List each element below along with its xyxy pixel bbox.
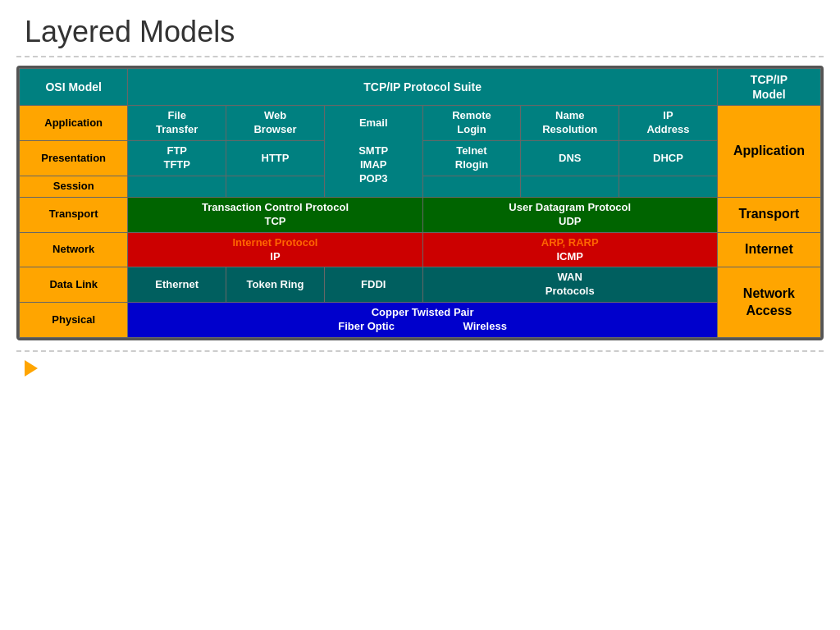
udp-label: UDP (559, 215, 581, 227)
datalink-row: Data Link Ethernet Token Ring FDDI WAN P… (20, 267, 821, 303)
arp-rarp-label: ARP, RARP (541, 236, 599, 249)
session-dhcp-cell (619, 176, 718, 197)
ftp-label: FTP (167, 144, 187, 157)
layered-models-table: OSI Model TCP/IP Protocol Suite TCP/IP M… (16, 66, 824, 340)
network-access-label-1: Network (720, 285, 818, 303)
smtp-label: SMTP (358, 144, 388, 157)
session-http-cell (226, 176, 325, 197)
ip-label: IP (270, 250, 280, 262)
remote-login-cell: Remote Login (422, 106, 521, 141)
tftp-label: TFTP (163, 158, 190, 171)
title-divider (16, 56, 824, 57)
fiber-label: Fiber Optic (338, 320, 395, 332)
app-pres-row: Application File Transfer Web Browser Em… (20, 106, 821, 141)
datalink-osi: Data Link (20, 267, 128, 303)
tcpip-application-cell: Application (717, 106, 820, 197)
web-browser-cell: Web Browser (226, 106, 325, 141)
telnet-rlogin-cell: Telnet Rlogin (422, 141, 521, 176)
ftp-tftp-cell: FTP TFTP (128, 141, 226, 176)
wan-cell: WAN Protocols (422, 267, 717, 303)
session-telnet-cell (422, 176, 521, 197)
page-title: Layered Models (0, 0, 840, 56)
wireless-label: Wireless (463, 320, 507, 332)
imap-label: IMAP (360, 158, 387, 171)
arp-icmp-cell: ARP, RARP ICMP (422, 232, 717, 267)
ip-cell: Internet Protocol IP (128, 232, 422, 267)
tcp-name-label: Transaction Control Protocol (202, 201, 349, 213)
session-dns-cell (521, 176, 619, 197)
icmp-label: ICMP (556, 250, 583, 262)
name-resolution-cell: Name Resolution (521, 106, 619, 141)
transport-row: Transport Transaction Control Protocol T… (20, 197, 821, 232)
tcp-label: TCP (264, 215, 285, 227)
http-cell: HTTP (226, 141, 325, 176)
physical-osi: Physical (20, 303, 128, 338)
fddi-cell: FDDI (324, 267, 422, 303)
presentation-osi: Presentation (20, 141, 128, 176)
tcpip-suite-header: TCP/IP Protocol Suite (128, 69, 718, 106)
tcpip-transport-cell: Transport (717, 197, 820, 232)
network-access-label-2: Access (720, 303, 818, 320)
token-ring-cell: Token Ring (226, 267, 325, 303)
bottom-divider (16, 350, 824, 352)
rlogin-label: Rlogin (455, 158, 488, 171)
osi-header: OSI Model (20, 69, 128, 106)
udp-name-label: User Datagram Protocol (509, 201, 631, 213)
ip-name-label: Internet Protocol (232, 236, 317, 249)
dns-cell: DNS (521, 141, 619, 176)
application-osi: Application (20, 106, 128, 141)
physical-protocols-cell: Copper Twisted Pair Fiber Optic Wireless (128, 303, 718, 338)
network-osi: Network (20, 232, 128, 267)
session-osi: Session (20, 176, 128, 197)
email-protocols-cell: Email SMTP IMAP POP3 (324, 106, 422, 197)
tcpip-internet-cell: Internet (717, 232, 820, 267)
file-transfer-cell: File Transfer (128, 106, 226, 141)
copper-label: Copper Twisted Pair (130, 306, 714, 320)
session-ftp-cell (128, 176, 226, 197)
dhcp-cell: DHCP (619, 141, 718, 176)
ip-address-cell: IP Address (619, 106, 718, 141)
header-row: OSI Model TCP/IP Protocol Suite TCP/IP M… (20, 69, 821, 106)
footer-arrow (25, 360, 38, 377)
ethernet-cell: Ethernet (128, 267, 226, 303)
email-label: Email (359, 116, 388, 129)
pop3-label: POP3 (359, 172, 388, 185)
telnet-label: Telnet (456, 144, 486, 157)
tcp-cell: Transaction Control Protocol TCP (128, 197, 422, 232)
udp-cell: User Datagram Protocol UDP (422, 197, 717, 232)
tcpip-network-access-cell: Network Access (717, 267, 820, 338)
network-row: Network Internet Protocol IP ARP, RARP I… (20, 232, 821, 267)
physical-row: Physical Copper Twisted Pair Fiber Optic… (20, 303, 821, 338)
transport-osi: Transport (20, 197, 128, 232)
tcpip-model-header: TCP/IP Model (717, 69, 820, 106)
